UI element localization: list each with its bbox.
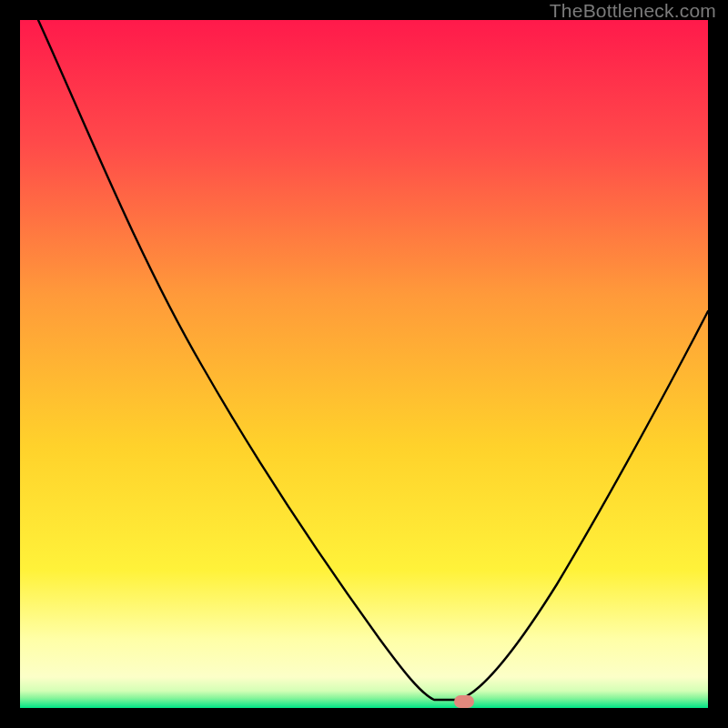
bottleneck-curve (20, 20, 708, 708)
plot-area (20, 20, 708, 708)
watermark-text: TheBottleneck.com (550, 0, 716, 22)
minimum-marker (454, 695, 474, 708)
chart-frame: { "watermark": "TheBottleneck.com", "cha… (0, 0, 728, 728)
